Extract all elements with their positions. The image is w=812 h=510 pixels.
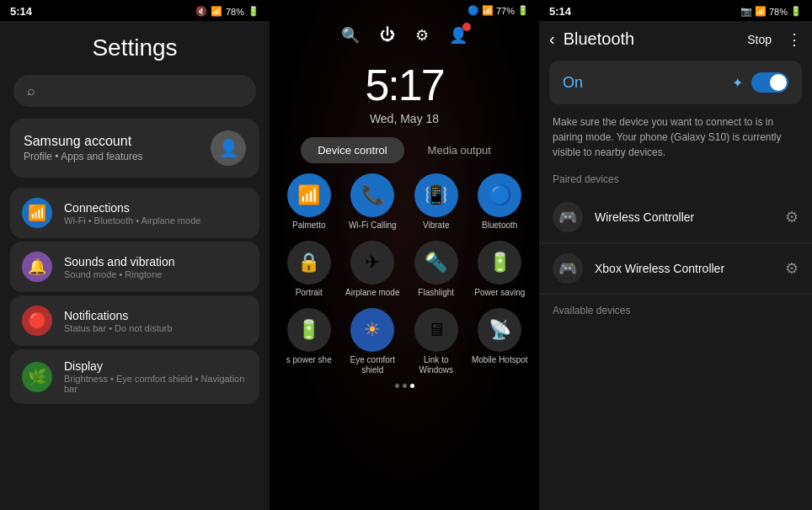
samsung-account-info: Samsung account Profile • Apps and featu… (24, 134, 143, 162)
settings-search-bar[interactable]: ⌕ (13, 75, 256, 107)
dot-2 (403, 384, 407, 388)
search-icon-quick[interactable]: 🔍 (341, 26, 360, 45)
clock-date: Wed, May 18 (270, 112, 539, 125)
settings-panel: 5:14 🔇 📶 78% 🔋 Settings ⌕ Samsung accoun… (0, 0, 270, 510)
airplane-icon: ✈ (350, 241, 394, 284)
bluetooth-header: ‹ Bluetooth Stop ⋮ (539, 21, 812, 57)
status-bar-bluetooth: 5:14 📷 📶 78% 🔋 (539, 0, 812, 21)
tile-link-windows[interactable]: 🖥 Link to Windows (407, 308, 466, 375)
wireless-controller-settings-icon[interactable]: ⚙ (785, 208, 799, 226)
quick-settings-panel: 🔵 📶 77% 🔋 🔍 ⏻ ⚙ 👤 5:17 Wed, May 18 Devic… (270, 0, 539, 510)
notifications-title: Notifications (64, 309, 173, 322)
quick-status-icons: 🔵 📶 77% 🔋 (467, 5, 529, 16)
status-bar-quick: 🔵 📶 77% 🔋 (270, 0, 539, 19)
portrait-label: Portrait (296, 288, 323, 298)
palmetto-icon: 📶 (287, 173, 331, 217)
connections-sub: Wi-Fi • Bluetooth • Airplane mode (64, 215, 200, 226)
status-time-bluetooth: 5:14 (549, 5, 571, 18)
samsung-account-name: Samsung account (24, 134, 143, 149)
flashlight-icon: 🔦 (414, 241, 458, 284)
quick-grid-row3: 🔋 s power she ☀ Eye comfort shield 🖥 Lin… (270, 305, 539, 379)
settings-item-sounds[interactable]: 🔔 Sounds and vibration Sound mode • Ring… (10, 242, 259, 292)
eye-comfort-icon: ☀ (350, 308, 394, 352)
sounds-sub: Sound mode • Ringtone (64, 269, 175, 279)
display-icon: 🌿 (22, 362, 52, 392)
status-time-settings: 5:14 (10, 5, 32, 18)
tile-bluetooth[interactable]: 🔵 Bluetooth (471, 173, 530, 231)
settings-title-area: Settings (0, 21, 270, 72)
tile-portrait[interactable]: 🔒 Portrait (280, 241, 339, 298)
vibrate-icon: 📳 (414, 173, 458, 217)
wireless-controller-name: Wireless Controller (595, 210, 773, 224)
tile-mobile-hotspot[interactable]: 📡 Mobile Hotspot (471, 308, 530, 375)
vibrate-label: Vibrate (423, 220, 450, 231)
xbox-controller-name: Xbox Wireless Controller (595, 262, 773, 275)
display-sub: Brightness • Eye comfort shield • Naviga… (64, 374, 248, 394)
mobile-hotspot-icon: 📡 (478, 308, 521, 352)
tile-flashlight[interactable]: 🔦 Flashlight (407, 241, 466, 298)
xbox-controller-icon: 🎮 (553, 253, 583, 284)
signal-icon: 📶 (211, 6, 222, 17)
tile-wifi-calling[interactable]: 📞 Wi-Fi Calling (344, 173, 403, 231)
bluetooth-description: Make sure the device you want to connect… (539, 111, 812, 170)
dot-3 (410, 384, 414, 388)
bluetooth-page-title: Bluetooth (564, 29, 740, 49)
power-saving-label: Power saving (474, 288, 525, 298)
connections-title: Connections (64, 201, 200, 215)
quick-grid-row1: 📶 Palmetto 📞 Wi-Fi Calling 📳 Vibrate 🔵 B… (270, 170, 539, 234)
power-share-icon: 🔋 (287, 308, 331, 352)
bluetooth-toggle-switch[interactable] (751, 72, 788, 93)
more-options-button[interactable]: ⋮ (787, 30, 802, 49)
settings-title: Settings (92, 35, 177, 61)
palmetto-label: Palmetto (292, 220, 325, 231)
battery-text: 78% (226, 7, 244, 17)
sounds-icon: 🔔 (22, 252, 52, 282)
bluetooth-toggle-row[interactable]: On ✦ (549, 61, 802, 104)
xbox-controller-settings-icon[interactable]: ⚙ (785, 259, 799, 278)
settings-item-display[interactable]: 🌿 Display Brightness • Eye comfort shiel… (10, 349, 259, 404)
bluetooth-toggle-right: ✦ (732, 72, 788, 93)
settings-item-connections[interactable]: 📶 Connections Wi-Fi • Bluetooth • Airpla… (10, 188, 259, 238)
power-icon-quick[interactable]: ⏻ (380, 26, 395, 45)
samsung-account-card[interactable]: Samsung account Profile • Apps and featu… (10, 119, 259, 178)
settings-icon-quick[interactable]: ⚙ (415, 26, 429, 45)
portrait-icon: 🔒 (287, 241, 331, 284)
flashlight-label: Flashlight (418, 288, 454, 298)
device-xbox-controller[interactable]: 🎮 Xbox Wireless Controller ⚙ (539, 243, 812, 295)
bluetooth-spinner-icon: ✦ (732, 75, 743, 91)
notifications-sub: Status bar • Do not disturb (64, 323, 173, 333)
person-icon-quick[interactable]: 👤 (449, 26, 467, 45)
volume-icon: 🔇 (195, 6, 207, 17)
wireless-controller-icon: 🎮 (553, 202, 583, 232)
toggle-knob (770, 74, 787, 91)
link-windows-icon: 🖥 (414, 308, 458, 352)
tile-palmetto[interactable]: 📶 Palmetto (280, 173, 339, 231)
available-devices-title: Available devices (539, 295, 812, 320)
tab-device-control[interactable]: Device control (301, 137, 403, 163)
wifi-calling-icon: 📞 (350, 173, 394, 217)
tile-power-saving[interactable]: 🔋 Power saving (471, 241, 530, 298)
notifications-icon: 🔴 (22, 305, 52, 336)
tile-vibrate[interactable]: 📳 Vibrate (407, 173, 466, 231)
stop-button[interactable]: Stop (747, 33, 772, 46)
status-bar-settings: 5:14 🔇 📶 78% 🔋 (0, 0, 270, 21)
tile-eye-comfort[interactable]: ☀ Eye comfort shield (344, 308, 403, 375)
settings-item-notifications[interactable]: 🔴 Notifications Status bar • Do not dist… (10, 295, 259, 346)
avatar: 👤 (211, 130, 246, 166)
device-wireless-controller[interactable]: 🎮 Wireless Controller ⚙ (539, 192, 812, 243)
airplane-label: Airplane mode (345, 288, 399, 298)
bluetooth-label: Bluetooth (482, 220, 517, 231)
sounds-title: Sounds and vibration (64, 255, 175, 268)
signal-icon-bt: 📶 (755, 6, 767, 17)
bt-status-icon: 🔵 (467, 5, 479, 16)
tab-media-output[interactable]: Media output (411, 137, 508, 163)
battery-icon-bt: 🔋 (790, 6, 802, 17)
bluetooth-on-label: On (563, 74, 583, 92)
search-icon: ⌕ (27, 83, 35, 98)
tile-power-share[interactable]: 🔋 s power she (280, 308, 339, 375)
mobile-hotspot-label: Mobile Hotspot (472, 355, 528, 365)
battery-pct-bt: 78% (769, 7, 788, 17)
tile-airplane[interactable]: ✈ Airplane mode (344, 241, 403, 298)
back-button[interactable]: ‹ (549, 29, 555, 49)
dot-1 (395, 384, 399, 388)
